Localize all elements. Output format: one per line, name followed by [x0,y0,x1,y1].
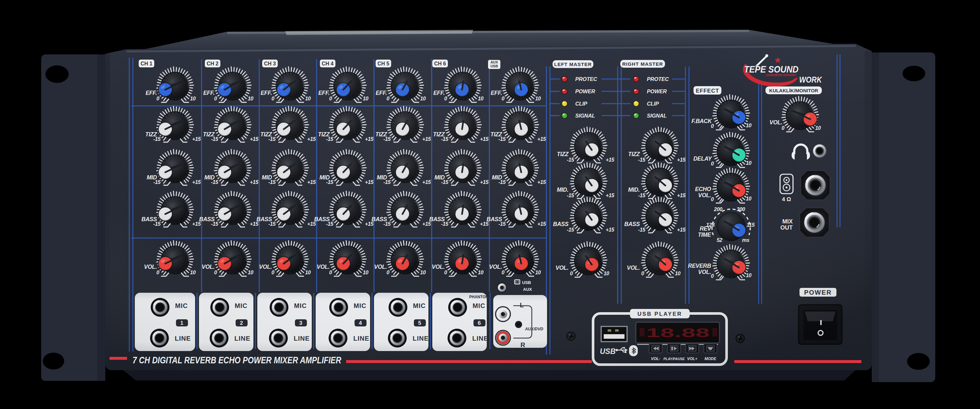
svg-text:7 CH DIGITAL REVERB ECHO POWER: 7 CH DIGITAL REVERB ECHO POWER MIXER AMP… [132,355,341,365]
